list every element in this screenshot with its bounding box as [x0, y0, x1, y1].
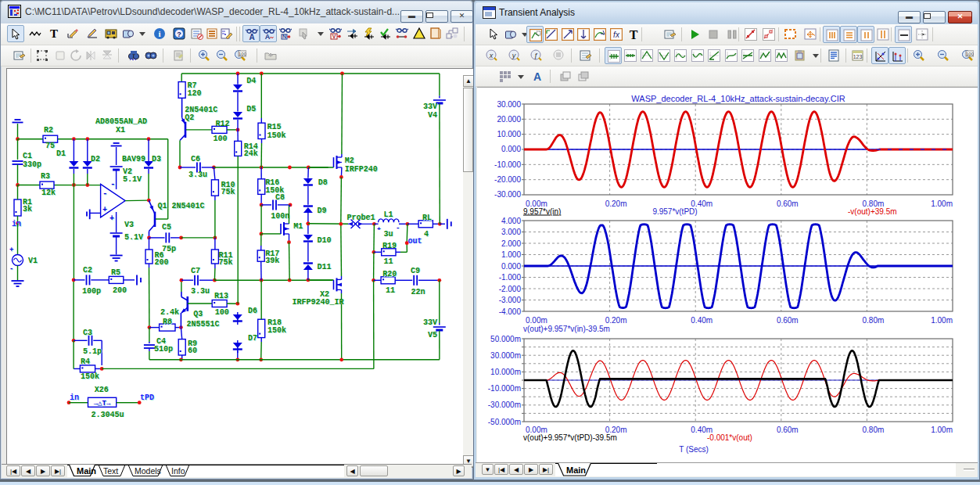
svg-text:75k: 75k — [221, 188, 235, 196]
svg-text:4.000: 4.000 — [501, 217, 521, 225]
svg-text:V3: V3 — [124, 221, 134, 229]
svg-text:150k: 150k — [267, 131, 286, 140]
svg-text:100n: 100n — [271, 212, 289, 221]
svg-text:39k: 39k — [265, 257, 279, 265]
svg-text:D2: D2 — [91, 155, 100, 163]
svg-text:4: 4 — [424, 230, 429, 239]
svg-text:0.20m: 0.20m — [605, 199, 627, 208]
svg-text:R8: R8 — [163, 318, 172, 326]
svg-text:in: in — [12, 220, 21, 228]
svg-text:-20.000: -20.000 — [494, 175, 521, 184]
svg-text:1.00m: 1.00m — [931, 199, 953, 208]
svg-text:120: 120 — [188, 89, 202, 98]
svg-text:11: 11 — [383, 257, 393, 266]
svg-text:-50.000m: -50.000m — [488, 418, 521, 426]
svg-text:M2: M2 — [345, 156, 354, 165]
svg-text:?: ? — [177, 31, 181, 38]
svg-text:IRFP240: IRFP240 — [345, 165, 378, 174]
svg-text:T: T — [50, 27, 58, 40]
svg-text:D4: D4 — [246, 77, 256, 85]
svg-text:200: 200 — [154, 258, 168, 267]
svg-text:-30.000m: -30.000m — [488, 401, 521, 409]
svg-text:33V: 33V — [423, 102, 437, 111]
svg-text:0.000: 0.000 — [501, 145, 521, 153]
svg-text:0.60m: 0.60m — [777, 426, 799, 434]
svg-text:22n: 22n — [411, 288, 425, 296]
svg-text:+: + — [9, 246, 13, 254]
svg-text:C6: C6 — [191, 155, 200, 163]
svg-text:C8: C8 — [275, 193, 285, 202]
svg-text:in: in — [70, 393, 79, 402]
svg-text:0.60m: 0.60m — [777, 316, 799, 325]
svg-text:D5: D5 — [246, 105, 256, 113]
svg-text:75: 75 — [45, 142, 55, 150]
svg-text:5.1V: 5.1V — [123, 175, 142, 184]
svg-text:60: 60 — [188, 347, 197, 355]
svg-text:9.957*v(tPD): 9.957*v(tPD) — [652, 207, 697, 216]
svg-text:330p: 330p — [23, 160, 41, 169]
svg-text:0.00m: 0.00m — [526, 316, 547, 325]
svg-text:1.000: 1.000 — [501, 250, 521, 259]
svg-text:9.957*v(in): 9.957*v(in) — [523, 207, 561, 216]
svg-text:10.000m: 10.000m — [490, 368, 521, 376]
svg-text:-: - — [102, 189, 108, 198]
svg-text:D6: D6 — [248, 307, 257, 315]
svg-text:Main: Main — [566, 465, 586, 475]
svg-text:D3: D3 — [152, 155, 161, 163]
svg-text:D11: D11 — [318, 263, 332, 271]
svg-text:A: A — [533, 70, 541, 83]
svg-text:WASP_decoder_RL-4_10kHz_attack: WASP_decoder_RL-4_10kHz_attack-sustain-d… — [631, 94, 845, 103]
svg-text:+: + — [109, 214, 114, 223]
svg-text:AD8055AN_AD: AD8055AN_AD — [95, 117, 147, 126]
svg-text:11: 11 — [386, 286, 395, 295]
svg-text:150k: 150k — [267, 326, 286, 335]
svg-text:-3.000: -3.000 — [499, 296, 522, 304]
svg-text:150k: 150k — [81, 372, 99, 381]
svg-text:100p: 100p — [82, 287, 101, 296]
svg-text:D7: D7 — [248, 334, 257, 343]
svg-text:-: - — [9, 265, 13, 273]
svg-text:C7: C7 — [191, 267, 200, 275]
svg-text:-10.000: -10.000 — [494, 160, 521, 169]
svg-text:30.000: 30.000 — [497, 100, 521, 109]
svg-text:12k: 12k — [41, 189, 56, 197]
svg-text:75k: 75k — [219, 258, 233, 267]
svg-text:R2: R2 — [44, 126, 53, 135]
svg-text:5.1p: 5.1p — [83, 347, 102, 356]
svg-text:R12: R12 — [215, 120, 229, 128]
svg-text:IRFP9240_IR: IRFP9240_IR — [293, 298, 344, 307]
svg-text:-: - — [396, 225, 400, 232]
svg-text:-30.000: -30.000 — [494, 190, 521, 199]
svg-text:D1: D1 — [56, 149, 66, 158]
svg-text:y: y — [512, 52, 516, 59]
svg-text:Info: Info — [171, 466, 185, 476]
svg-text:510p: 510p — [154, 345, 173, 354]
svg-text:20.000: 20.000 — [497, 115, 521, 124]
svg-text:R3: R3 — [41, 172, 50, 181]
svg-text:R15: R15 — [267, 123, 282, 131]
svg-text:200: 200 — [113, 286, 127, 295]
svg-text:C5: C5 — [162, 223, 171, 232]
svg-text:A: A — [249, 33, 254, 41]
svg-text:3u: 3u — [383, 230, 393, 239]
svg-text:L1: L1 — [383, 210, 393, 219]
svg-text:0.20m: 0.20m — [605, 316, 627, 325]
svg-text:24k: 24k — [244, 149, 258, 158]
svg-text:M1: M1 — [293, 222, 303, 231]
svg-text:ƒ: ƒ — [533, 52, 537, 59]
svg-text:out: out — [408, 237, 422, 246]
svg-text:A: A — [265, 33, 271, 41]
svg-text:0.60m: 0.60m — [777, 199, 799, 208]
svg-text:T: T — [630, 28, 638, 41]
svg-text:100: 100 — [966, 52, 974, 56]
svg-text:-0.001*v(out): -0.001*v(out) — [707, 433, 752, 442]
svg-text:D10: D10 — [318, 236, 332, 245]
svg-text:v(out)+9.957*v(tPD)-39.5m: v(out)+9.957*v(tPD)-39.5m — [523, 433, 617, 442]
svg-text:C9: C9 — [411, 267, 420, 275]
svg-text:R4: R4 — [81, 357, 90, 366]
svg-text:10.000: 10.000 — [497, 130, 521, 138]
svg-text:1.00m: 1.00m — [931, 316, 953, 325]
svg-text:3.3u: 3.3u — [191, 287, 210, 296]
svg-text:Models: Models — [135, 466, 161, 476]
svg-text:30.000m: 30.000m — [490, 351, 521, 360]
